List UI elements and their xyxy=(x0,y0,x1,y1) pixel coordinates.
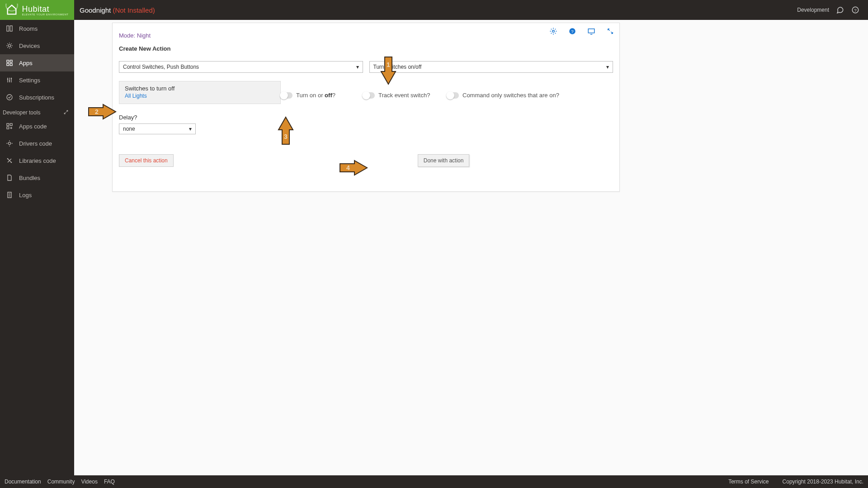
drivers-code-icon xyxy=(5,139,14,147)
command-only-on-toggle[interactable] xyxy=(446,92,459,99)
logs-icon xyxy=(5,191,14,199)
topbar-right: Development ? xyxy=(797,5,868,14)
topbar: Hubitat ELEVATE YOUR ENVIRONMENT Goodnig… xyxy=(0,0,868,20)
page-title: Goodnight (Not Installed) xyxy=(80,6,155,14)
sidebar-item-label: Devices xyxy=(19,43,40,49)
turn-on-off-label: Turn on or off? xyxy=(296,92,335,99)
monitor-icon[interactable] xyxy=(587,27,596,36)
sidebar-item-label: Apps xyxy=(19,60,33,66)
svg-rect-15 xyxy=(10,123,12,126)
sidebar-item-label: Settings xyxy=(19,77,40,84)
install-status: (Not Installed) xyxy=(113,6,155,14)
switches-value: All Lights xyxy=(125,93,275,99)
track-event-label: Track event switch? xyxy=(378,92,430,99)
settings-icon xyxy=(5,76,14,84)
delay-label: Delay? xyxy=(119,114,613,121)
cancel-action-button[interactable]: Cancel this action xyxy=(119,154,174,167)
footer-link-faq[interactable]: FAQ xyxy=(104,479,115,485)
svg-text:2: 2 xyxy=(95,108,99,115)
action-card: ? Mode: Night Create New Action Control … xyxy=(112,23,620,192)
action-type-dropdown[interactable]: Turn switches on/off ▾ xyxy=(369,61,613,73)
svg-rect-16 xyxy=(7,127,9,129)
svg-rect-23 xyxy=(588,29,594,33)
svg-point-18 xyxy=(7,158,9,160)
svg-point-5 xyxy=(8,44,10,47)
bundles-icon xyxy=(5,174,14,182)
brand-tagline: ELEVATE YOUR ENVIRONMENT xyxy=(22,13,68,16)
svg-text:?: ? xyxy=(854,8,857,13)
caret-icon: ▾ xyxy=(356,64,359,70)
sidebar-item-label: Drivers code xyxy=(19,140,52,147)
apps-code-icon xyxy=(5,122,14,130)
svg-rect-6 xyxy=(7,60,9,62)
svg-rect-3 xyxy=(7,26,9,31)
sidebar-item-label: Logs xyxy=(19,192,32,199)
footer-link-community[interactable]: Community xyxy=(47,479,75,485)
card-toolbar: ? xyxy=(549,27,615,36)
turn-on-off-toggle[interactable] xyxy=(280,92,292,99)
sidebar-item-label: Libraries code xyxy=(19,157,56,164)
sidebar-item-libraries-code[interactable]: Libraries code xyxy=(0,152,74,169)
sidebar-item-devices[interactable]: Devices xyxy=(0,37,74,54)
svg-point-11 xyxy=(9,81,10,82)
command-only-on-label: Command only switches that are on? xyxy=(462,92,559,99)
sidebar-item-settings[interactable]: Settings xyxy=(0,71,74,89)
env-label: Development xyxy=(797,7,829,13)
action-category-dropdown[interactable]: Control Switches, Push Buttons ▾ xyxy=(119,61,363,73)
sidebar-item-label: Apps code xyxy=(19,123,47,130)
create-action-heading: Create New Action xyxy=(119,45,613,52)
sidebar-item-label: Bundles xyxy=(19,175,40,181)
svg-point-10 xyxy=(7,79,9,80)
sidebar-item-bundles[interactable]: Bundles xyxy=(0,169,74,186)
collapse-icon[interactable] xyxy=(63,109,70,116)
svg-point-19 xyxy=(11,162,12,163)
subscriptions-icon xyxy=(5,93,14,101)
switches-to-turn-off-selector[interactable]: Switches to turn off All Lights xyxy=(119,81,281,104)
footer: Documentation Community Videos FAQ Terms… xyxy=(0,475,868,488)
sidebar-item-apps-code[interactable]: Apps code xyxy=(0,118,74,135)
sidebar: Rooms Devices Apps Settings Subscription… xyxy=(0,20,74,475)
switches-label: Switches to turn off xyxy=(125,85,275,92)
rooms-icon xyxy=(5,24,14,33)
sidebar-item-apps[interactable]: Apps xyxy=(0,54,74,71)
help-icon[interactable]: ? xyxy=(851,5,860,14)
chat-icon[interactable] xyxy=(835,5,844,14)
svg-point-20 xyxy=(552,30,555,33)
svg-rect-14 xyxy=(7,123,9,126)
delay-dropdown[interactable]: none ▾ xyxy=(119,123,196,134)
sidebar-item-subscriptions[interactable]: Subscriptions xyxy=(0,89,74,106)
svg-rect-8 xyxy=(7,63,9,66)
brand-name: Hubitat xyxy=(22,5,49,14)
devices-icon xyxy=(5,42,14,50)
svg-rect-7 xyxy=(10,60,12,62)
gear-icon[interactable] xyxy=(549,27,558,36)
footer-link-tos[interactable]: Terms of Service xyxy=(728,479,769,485)
sidebar-item-label: Subscriptions xyxy=(19,94,54,101)
caret-icon: ▾ xyxy=(606,64,609,70)
footer-link-videos[interactable]: Videos xyxy=(81,479,97,485)
brand-logo[interactable]: Hubitat ELEVATE YOUR ENVIRONMENT xyxy=(0,0,74,20)
mode-label: Mode: Night xyxy=(119,32,613,39)
svg-marker-26 xyxy=(89,104,116,119)
footer-copyright: Copyright 2018-2023 Hubitat, Inc. xyxy=(783,479,863,485)
sidebar-section-developer-tools[interactable]: Developer tools xyxy=(0,106,74,118)
done-with-action-button[interactable]: Done with action xyxy=(418,154,470,167)
svg-point-17 xyxy=(8,142,10,144)
footer-link-documentation[interactable]: Documentation xyxy=(5,479,41,485)
track-event-toggle[interactable] xyxy=(362,92,375,99)
sidebar-item-rooms[interactable]: Rooms xyxy=(0,20,74,37)
expand-icon[interactable] xyxy=(606,27,615,36)
sidebar-item-logs[interactable]: Logs xyxy=(0,186,74,204)
svg-point-13 xyxy=(7,95,12,100)
sidebar-item-label: Rooms xyxy=(19,25,38,32)
sidebar-item-drivers-code[interactable]: Drivers code xyxy=(0,135,74,152)
svg-text:?: ? xyxy=(571,29,574,34)
libraries-code-icon xyxy=(5,156,14,165)
help-icon[interactable]: ? xyxy=(568,27,577,36)
logo-icon xyxy=(5,4,18,16)
svg-rect-9 xyxy=(10,63,12,66)
apps-icon xyxy=(5,59,14,67)
svg-rect-4 xyxy=(10,26,12,31)
svg-point-12 xyxy=(11,78,12,79)
caret-icon: ▾ xyxy=(189,126,192,132)
